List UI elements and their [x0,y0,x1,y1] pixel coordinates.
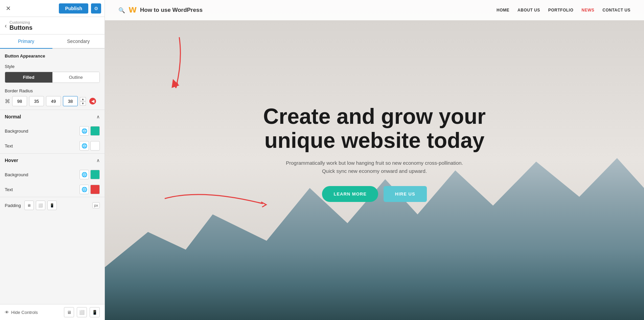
padding-desktop-button[interactable]: 🖥 [24,201,34,210]
style-toggle: Filled Outline [5,72,100,83]
normal-text-row: Text 🌐 [0,138,105,153]
normal-background-label: Background [5,129,79,134]
top-bar: ✕ Publish ⚙ [0,0,105,17]
padding-label: Padding [5,203,21,208]
nav-about[interactable]: ABOUT US [518,8,540,13]
bottom-bar: 👁 Hide Controls 🖥 ⬜ 📱 [0,304,105,320]
style-outline-button[interactable]: Outline [52,72,100,83]
hover-background-globe[interactable]: 🌐 [79,170,89,179]
style-label: Style [5,64,100,69]
site-title: How to use WordPress [140,7,203,14]
eye-icon: 👁 [5,310,9,315]
hover-text-globe[interactable]: 🌐 [79,185,89,194]
style-section: Style Filled Outline [0,61,105,86]
bottom-tablet-button[interactable]: ⬜ [77,307,87,317]
tabs: Primary Secondary [0,35,105,49]
hover-text-swatch[interactable] [90,185,100,194]
learn-more-button[interactable]: LEARN MORE [322,186,378,202]
close-button[interactable]: ✕ [3,4,13,13]
publish-button[interactable]: Publish [59,3,88,14]
hover-section-header[interactable]: Hover ∧ [0,153,105,167]
hover-text-row: Text 🌐 [0,182,105,197]
normal-background-controls: 🌐 [79,126,100,136]
hide-controls-label: Hide Controls [11,310,38,315]
hover-background-label: Background [5,172,79,177]
border-radius-label: Border Radius [5,88,100,93]
back-button[interactable]: ‹ [5,22,7,29]
nav-portfolio[interactable]: PORTFOLIO [548,8,574,13]
main-preview: 🔍 𝗪 How to use WordPress HOME ABOUT US P… [105,0,644,320]
spin-down-button[interactable]: ▼ [80,101,86,106]
breadcrumb-title: Buttons [9,24,32,31]
bottom-desktop-button[interactable]: 🖥 [64,307,74,317]
border-radius-input-1[interactable] [12,96,27,106]
border-radius-input-2[interactable] [29,96,44,106]
hover-background-swatch[interactable] [90,170,100,179]
hero-content: Create and grow your unique website toda… [256,105,493,202]
spin-up-button[interactable]: ▲ [80,97,86,101]
padding-px-label: px [92,202,100,208]
border-radius-spinner: ▲ ▼ [80,97,86,106]
nav-home[interactable]: HOME [497,8,509,13]
normal-background-swatch[interactable] [90,126,100,136]
sidebar-content: Button Appearance Style Filled Outline B… [0,49,105,304]
tab-secondary[interactable]: Secondary [52,35,105,48]
border-radius-input-4[interactable] [63,96,78,106]
hover-collapse-icon: ∧ [96,158,100,163]
hover-text-label: Text [5,187,79,192]
hover-background-row: Background 🌐 [0,167,105,182]
arrow-indicator: ◀ [89,98,96,105]
bottom-mobile-button[interactable]: 📱 [90,307,100,317]
padding-mobile-button[interactable]: 📱 [47,201,57,210]
normal-text-swatch[interactable] [90,141,100,151]
bottom-icons: 🖥 ⬜ 📱 [64,307,100,317]
hover-background-controls: 🌐 [79,170,100,179]
breadcrumb-bar: ‹ Customizing Buttons [0,17,105,35]
hide-controls-button[interactable]: 👁 Hide Controls [5,310,38,315]
normal-title: Normal [5,114,21,119]
hero-subtitle: Programmatically work but low hanging fr… [280,159,469,175]
padding-icons: 🖥 ⬜ 📱 [24,201,57,210]
search-icon: 🔍 [118,7,125,14]
border-radius-input-3[interactable] [46,96,61,106]
normal-background-globe[interactable]: 🌐 [79,126,89,136]
padding-tablet-button[interactable]: ⬜ [36,201,45,210]
normal-text-label: Text [5,143,79,148]
normal-text-controls: 🌐 [79,141,100,151]
button-appearance-header: Button Appearance [0,49,105,61]
arrow-to-button-svg [161,185,270,212]
hover-title: Hover [5,158,18,163]
normal-section-header[interactable]: Normal ∧ [0,110,105,123]
wp-navbar: 🔍 𝗪 How to use WordPress HOME ABOUT US P… [105,0,644,20]
settings-button[interactable]: ⚙ [91,3,101,14]
hire-us-button[interactable]: HIRE US [384,186,427,202]
wp-logo: 𝗪 [129,6,137,15]
hero-buttons: LEARN MORE HIRE US [263,186,486,202]
nav-news[interactable]: NEWS [581,8,594,13]
sidebar: ✕ Publish ⚙ ‹ Customizing Buttons Primar… [0,0,105,320]
nav-contact[interactable]: CONTACT US [602,8,630,13]
normal-collapse-icon: ∧ [96,114,100,119]
hero-title: Create and grow your unique website toda… [263,105,486,152]
navbar-nav: HOME ABOUT US PORTFOLIO NEWS CONTACT US [497,8,630,13]
border-radius-inputs: ⌘ ▲ ▼ ◀ [5,96,100,106]
tab-primary[interactable]: Primary [0,35,52,49]
padding-section: Padding 🖥 ⬜ 📱 px [0,197,105,213]
hero-section: Create and grow your unique website toda… [105,0,644,320]
breadcrumb-text: Customizing [9,20,32,24]
style-filled-button[interactable]: Filled [5,72,52,83]
normal-background-row: Background 🌐 [0,123,105,138]
normal-text-globe[interactable]: 🌐 [79,141,89,151]
border-radius-section: Border Radius ⌘ ▲ ▼ ◀ [0,86,105,110]
border-radius-icon: ⌘ [5,98,10,105]
hover-text-controls: 🌐 [79,185,100,194]
